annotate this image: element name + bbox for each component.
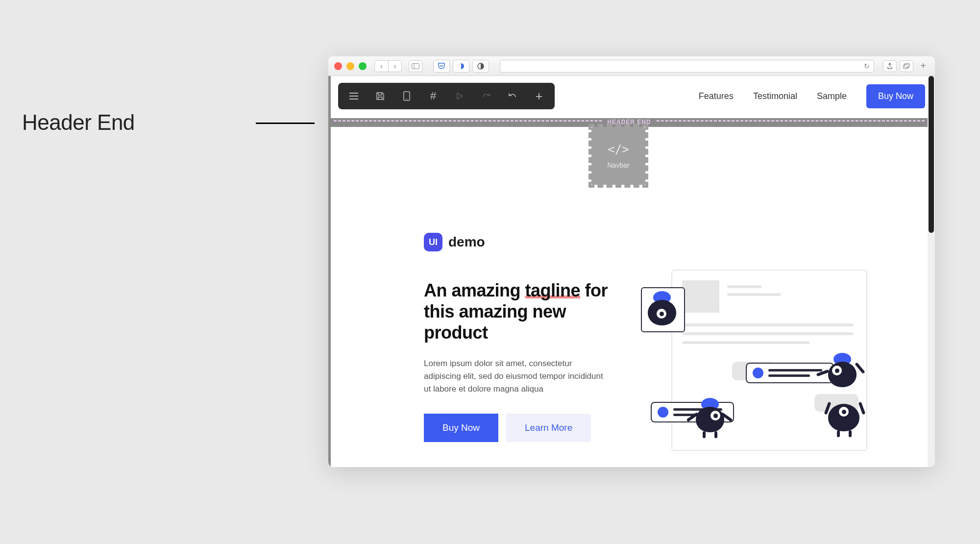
- card-text-line: [727, 293, 781, 296]
- minimize-window-button[interactable]: [346, 62, 354, 70]
- reload-icon[interactable]: ↻: [864, 62, 870, 70]
- site-nav: Features Testimonial Sample Buy Now: [699, 84, 925, 108]
- creature-bottom-right: [828, 404, 859, 431]
- header-end-label: HEADER END: [603, 119, 655, 125]
- sidebar-icon: [412, 63, 419, 69]
- tabs-button[interactable]: [900, 60, 913, 72]
- address-bar[interactable]: ↻: [500, 60, 874, 73]
- header-end-marker[interactable]: HEADER END: [331, 118, 928, 127]
- avatar-dot-icon: [753, 368, 763, 378]
- chevron-left-icon: ‹: [380, 62, 383, 70]
- undo-icon: [508, 92, 517, 100]
- creature-avatar: [648, 300, 676, 325]
- nav-link-features[interactable]: Features: [699, 91, 734, 101]
- editor-top-row: # + Features Testimonial Sample Buy Now: [338, 83, 925, 109]
- navbar-placeholder-label: Navbar: [607, 161, 629, 169]
- plus-icon: +: [535, 89, 542, 104]
- shield-icon: [458, 63, 465, 70]
- mobile-preview-button[interactable]: [394, 85, 419, 107]
- editor-toolbar: # +: [338, 83, 555, 109]
- sidebar-toggle-button[interactable]: [409, 60, 422, 72]
- selection-edge-left: [328, 76, 331, 467]
- svg-rect-5: [905, 63, 909, 67]
- redo-button[interactable]: [473, 85, 499, 107]
- nav-cta-button[interactable]: Buy Now: [866, 84, 925, 108]
- card-text-line: [682, 341, 809, 344]
- window-traffic-lights: [334, 62, 367, 70]
- nav-back-forward-group: ‹ ›: [374, 60, 402, 72]
- title-tagline-underlined: tagline: [525, 280, 581, 300]
- browser-window: ‹ › ↻ +: [328, 56, 935, 467]
- back-button[interactable]: ‹: [374, 60, 388, 72]
- hero-title: An amazing tagline for this amazing new …: [424, 280, 620, 344]
- titlebar-right-buttons: [883, 60, 913, 72]
- cta-buy-now-button[interactable]: Buy Now: [424, 414, 498, 442]
- svg-rect-4: [904, 65, 908, 69]
- new-tab-button[interactable]: +: [917, 60, 929, 73]
- mobile-icon: [403, 91, 410, 101]
- close-window-button[interactable]: [334, 62, 342, 70]
- card-text-line: [727, 285, 761, 288]
- contrast-icon: [477, 63, 484, 70]
- pocket-icon: [438, 63, 445, 70]
- title-pre: An amazing: [424, 280, 525, 300]
- pocket-button[interactable]: [433, 60, 450, 73]
- add-block-button[interactable]: +: [526, 85, 552, 107]
- share-button[interactable]: [883, 60, 897, 72]
- hero-body: Lorem ipsum dolor sit amet, consectetur …: [424, 357, 610, 396]
- card-thumbnail: [682, 280, 719, 313]
- menu-button[interactable]: [341, 85, 367, 107]
- hero-illustration: [622, 260, 911, 466]
- scrollbar-track[interactable]: [928, 76, 935, 467]
- annotation-header-end: Header End: [22, 110, 135, 135]
- save-button[interactable]: [368, 85, 393, 107]
- chevron-right-icon: ›: [394, 62, 396, 70]
- logo-badge: UI: [424, 233, 442, 251]
- tabs-icon: [903, 63, 910, 69]
- creature-top-right: [828, 362, 857, 387]
- play-icon: [456, 92, 464, 100]
- reader-button[interactable]: [472, 60, 489, 73]
- nav-link-testimonial[interactable]: Testimonial: [753, 91, 797, 101]
- navbar-placeholder-block[interactable]: </> Navbar: [591, 127, 645, 185]
- privacy-button[interactable]: [453, 60, 469, 73]
- play-button[interactable]: [447, 85, 472, 107]
- hamburger-icon: [349, 92, 359, 100]
- avatar-dot-icon: [658, 407, 668, 418]
- forward-button[interactable]: ›: [388, 60, 402, 72]
- undo-button[interactable]: [500, 85, 525, 107]
- svg-rect-0: [412, 63, 419, 69]
- code-icon: </>: [608, 143, 629, 156]
- scrollbar-thumb[interactable]: [929, 76, 934, 233]
- cta-learn-more-button[interactable]: Learn More: [506, 414, 591, 442]
- hash-icon: #: [430, 90, 436, 102]
- svg-point-7: [406, 99, 407, 99]
- extension-buttons: [433, 60, 489, 73]
- browser-titlebar: ‹ › ↻ +: [328, 56, 935, 76]
- redo-icon: [481, 92, 491, 100]
- share-icon: [887, 63, 893, 70]
- fullscreen-window-button[interactable]: [359, 62, 367, 70]
- browser-viewport: # + Features Testimonial Sample Buy Now …: [328, 76, 935, 467]
- creature-left: [696, 407, 724, 432]
- save-icon: [376, 92, 385, 100]
- logo-text: demo: [448, 234, 485, 250]
- plus-icon: +: [920, 60, 926, 72]
- nav-link-sample[interactable]: Sample: [817, 91, 847, 101]
- card-text-line: [682, 323, 854, 326]
- hash-button[interactable]: #: [420, 85, 446, 107]
- annotation-pointer-line: [256, 123, 315, 124]
- card-text-line: [682, 332, 854, 335]
- logo: UI demo: [424, 233, 910, 251]
